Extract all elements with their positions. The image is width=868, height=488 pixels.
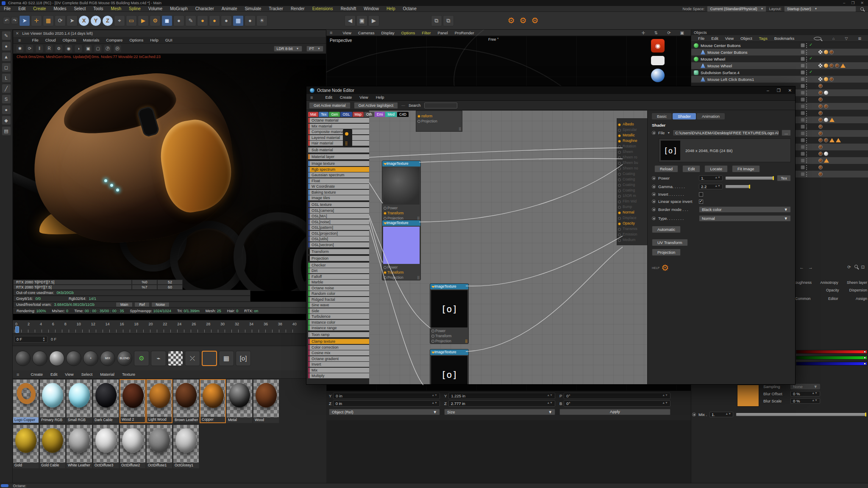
menu-item[interactable]: Create	[27, 372, 47, 377]
menu-item[interactable]: Character	[192, 6, 218, 11]
menu-item[interactable]: Render	[287, 6, 309, 11]
menu-item[interactable]: Select	[78, 372, 96, 377]
node-type-item[interactable]: Octane gradient	[308, 356, 369, 361]
menu-item[interactable]: Options	[126, 38, 147, 42]
node-type-item[interactable]: Color correction	[308, 345, 369, 350]
material-pin[interactable]: Sheen	[617, 149, 647, 155]
object-row[interactable]: Mouse Center Buttons	[691, 42, 868, 49]
imagetexture-node[interactable]: ImageTexture Power Transform Projection …	[382, 220, 421, 280]
toolbar-icon[interactable]: ↶	[3, 17, 10, 24]
toolbar-icon[interactable]: ▦	[233, 15, 244, 26]
node-canvas[interactable]: nsform Projection ⣿ ImageTexture Power T…	[369, 111, 648, 384]
node-type-item[interactable]: Float	[308, 178, 369, 183]
toolbar-icon[interactable]: Y	[90, 15, 101, 26]
material-tool-icon[interactable]	[15, 351, 31, 366]
forward-icon[interactable]: →	[808, 265, 813, 270]
mode-icon[interactable]: ▤	[2, 126, 11, 136]
material-tool-icon[interactable]	[66, 351, 81, 366]
object-tags[interactable]	[818, 158, 829, 163]
lv-tool-icon[interactable]: ‖	[36, 45, 43, 53]
material-tab[interactable]: Dispersion	[849, 288, 867, 292]
hamburger-icon[interactable]: ≡	[326, 30, 336, 35]
object-tags[interactable]	[818, 152, 828, 156]
material-tab[interactable]: Assign	[856, 297, 867, 301]
lv-tool-icon[interactable]: Ⓟ	[104, 45, 111, 53]
material-item[interactable]: Brown Leather	[173, 379, 199, 423]
menu-item[interactable]: View	[339, 30, 354, 35]
search-icon[interactable]	[860, 7, 864, 11]
object-row[interactable]: Mouse Center Buttons	[691, 49, 868, 55]
close-icon[interactable]: ✕	[860, 1, 864, 5]
projection-button[interactable]: Projection	[652, 249, 681, 256]
material-item[interactable]: OctDiffuse2	[120, 424, 146, 469]
material-pin[interactable]: Displace	[617, 215, 647, 221]
border-mode-dropdown[interactable]: Black color▼	[699, 206, 791, 213]
file-radio[interactable]	[652, 131, 656, 135]
object-tags[interactable]	[818, 50, 834, 54]
object-row[interactable]: Mouse Wheel	[691, 55, 868, 62]
menu-item[interactable]: MoGraph	[166, 6, 192, 11]
material-item[interactable]: Copper	[200, 379, 226, 423]
tab-basic[interactable]: Basic	[652, 113, 672, 119]
kernel-dropdown[interactable]: PT▼	[306, 46, 323, 52]
menu-item[interactable]: View	[356, 95, 372, 100]
power-pin[interactable]: Power	[382, 265, 420, 270]
invert-radio[interactable]	[652, 192, 656, 196]
node-type-item[interactable]: Invert	[308, 362, 369, 367]
node-type-item[interactable]: Multiply	[308, 373, 369, 378]
visibility-dots[interactable]	[801, 145, 808, 150]
power-slider[interactable]	[725, 176, 774, 180]
visibility-dots[interactable]	[801, 172, 808, 177]
node-search-input[interactable]	[424, 103, 457, 108]
material-pin[interactable]: Sheen no	[617, 166, 647, 171]
toolbar-icon[interactable]: ●	[173, 15, 184, 26]
material-tab[interactable]: Common	[795, 297, 811, 301]
material-item[interactable]: Light Wood	[146, 379, 172, 423]
menu-item[interactable]: View	[722, 36, 737, 41]
menu-item[interactable]: Object	[737, 36, 755, 41]
menu-item[interactable]: Help	[147, 38, 162, 42]
node-type-item[interactable]: Cosine mix	[308, 350, 369, 355]
gamma-radio[interactable]	[652, 185, 656, 189]
visibility-dots[interactable]	[801, 43, 813, 48]
lv-tool-icon[interactable]: ◑	[75, 45, 82, 53]
add-icon[interactable]: ⊞	[854, 36, 865, 41]
toolbar-icon[interactable]: ➤	[67, 15, 78, 26]
octane-gear-icon[interactable]: ⚙	[529, 15, 540, 26]
object-tags[interactable]	[818, 165, 823, 169]
visibility-dots[interactable]	[801, 165, 808, 170]
menu-item[interactable]: Cameras	[355, 30, 378, 35]
node-type-item[interactable]: Clamp texture	[308, 339, 369, 344]
material-pin[interactable]: Rotation	[617, 144, 647, 149]
power-input[interactable]: 1.▲▼	[699, 175, 723, 181]
menu-item[interactable]: Material	[96, 372, 118, 377]
object-tags[interactable]	[818, 84, 823, 88]
menu-item[interactable]: Help	[372, 95, 388, 100]
transform-pin[interactable]: Transform	[382, 270, 420, 275]
pass-tab[interactable]: Noise	[151, 302, 170, 307]
toolbar-icon[interactable]: ●	[209, 15, 220, 26]
lv-tool-icon[interactable]: Ⓗ	[114, 45, 121, 53]
red-gradient-bar[interactable]	[796, 350, 867, 354]
menu-item[interactable]: Texture	[118, 372, 139, 377]
get-active-tag-button[interactable]: Get Active tag/object	[354, 102, 398, 109]
image-action-button[interactable]: Locate	[704, 165, 728, 172]
visibility-dots[interactable]	[801, 111, 808, 116]
hamburger-icon[interactable]: ≡	[13, 372, 23, 377]
mode-icon[interactable]: ▲	[2, 52, 11, 61]
material-tool-icon[interactable]: [o]	[236, 351, 251, 366]
object-tags[interactable]	[818, 138, 841, 142]
refresh-icon[interactable]: ⟳	[847, 265, 851, 269]
material-item[interactable]: Wood	[253, 379, 279, 423]
menu-item[interactable]: Mesh	[107, 6, 125, 11]
toolbar-icon[interactable]: ⧉	[431, 15, 442, 26]
visibility-dots[interactable]	[801, 64, 808, 68]
material-pin[interactable]: Film Wid	[617, 199, 647, 204]
menu-item[interactable]: Edit	[321, 95, 336, 100]
node-type-item[interactable]: Octane material	[308, 118, 369, 123]
tab-shader[interactable]: Shader	[673, 113, 696, 119]
node-type-item[interactable]: OSL[noise]	[308, 219, 369, 225]
node-type-item[interactable]: Image tiles	[308, 195, 369, 200]
invert-checkbox[interactable]	[699, 192, 703, 197]
node-type-item[interactable]: Composite material	[308, 129, 369, 134]
